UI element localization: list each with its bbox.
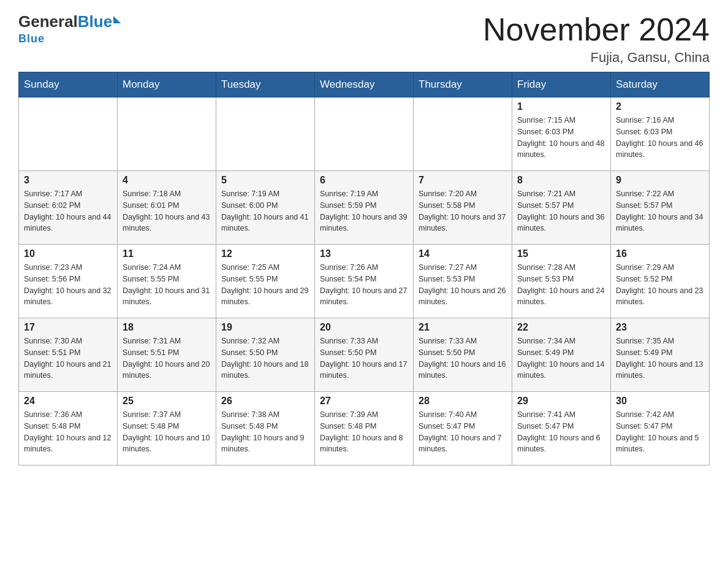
calendar-cell: 22Sunrise: 7:34 AMSunset: 5:49 PMDayligh… [512, 318, 611, 392]
day-info: Sunrise: 7:20 AMSunset: 5:58 PMDaylight:… [419, 188, 507, 234]
day-info: Sunrise: 7:39 AMSunset: 5:48 PMDaylight:… [320, 409, 408, 455]
day-info: Sunrise: 7:19 AMSunset: 5:59 PMDaylight:… [320, 188, 408, 234]
day-info: Sunrise: 7:18 AMSunset: 6:01 PMDaylight:… [123, 188, 211, 234]
logo-blue-part: Blue [78, 12, 121, 31]
day-info: Sunrise: 7:33 AMSunset: 5:50 PMDaylight:… [419, 335, 507, 381]
day-number: 14 [419, 248, 507, 259]
day-info: Sunrise: 7:26 AMSunset: 5:54 PMDaylight:… [320, 262, 408, 308]
day-info: Sunrise: 7:17 AMSunset: 6:02 PMDaylight:… [24, 188, 112, 234]
calendar-cell: 28Sunrise: 7:40 AMSunset: 5:47 PMDayligh… [414, 392, 512, 465]
weekday-header-tuesday: Tuesday [216, 72, 315, 98]
calendar-week-3: 10Sunrise: 7:23 AMSunset: 5:56 PMDayligh… [19, 245, 710, 318]
calendar-cell: 6Sunrise: 7:19 AMSunset: 5:59 PMDaylight… [315, 171, 414, 245]
calendar-cell: 26Sunrise: 7:38 AMSunset: 5:48 PMDayligh… [216, 392, 315, 465]
day-number: 17 [24, 322, 112, 333]
weekday-header-thursday: Thursday [414, 72, 512, 98]
day-number: 30 [616, 396, 704, 407]
day-number: 5 [221, 175, 309, 186]
day-info: Sunrise: 7:35 AMSunset: 5:49 PMDaylight:… [616, 335, 704, 381]
calendar-cell: 8Sunrise: 7:21 AMSunset: 5:57 PMDaylight… [512, 171, 611, 245]
day-info: Sunrise: 7:25 AMSunset: 5:55 PMDaylight:… [221, 262, 309, 308]
day-info: Sunrise: 7:21 AMSunset: 5:57 PMDaylight:… [517, 188, 605, 234]
calendar-cell: 2Sunrise: 7:16 AMSunset: 6:03 PMDaylight… [611, 98, 710, 171]
calendar-cell: 17Sunrise: 7:30 AMSunset: 5:51 PMDayligh… [19, 318, 118, 392]
day-info: Sunrise: 7:22 AMSunset: 5:57 PMDaylight:… [616, 188, 704, 234]
day-info: Sunrise: 7:15 AMSunset: 6:03 PMDaylight:… [517, 115, 605, 161]
title-section: November 2024 Fujia, Gansu, China [483, 12, 710, 66]
day-number: 15 [517, 248, 605, 259]
logo-triangle-icon [113, 16, 121, 23]
calendar-cell [19, 98, 118, 171]
day-number: 21 [419, 322, 507, 333]
day-info: Sunrise: 7:36 AMSunset: 5:48 PMDaylight:… [24, 409, 112, 455]
calendar-cell: 3Sunrise: 7:17 AMSunset: 6:02 PMDaylight… [19, 171, 118, 245]
logo-general-text: General [18, 12, 78, 31]
weekday-header-row: SundayMondayTuesdayWednesdayThursdayFrid… [19, 72, 710, 98]
day-info: Sunrise: 7:23 AMSunset: 5:56 PMDaylight:… [24, 262, 112, 308]
calendar-cell [216, 98, 315, 171]
day-info: Sunrise: 7:40 AMSunset: 5:47 PMDaylight:… [419, 409, 507, 455]
day-number: 24 [24, 396, 112, 407]
calendar-subtitle: Fujia, Gansu, China [483, 50, 710, 66]
day-info: Sunrise: 7:30 AMSunset: 5:51 PMDaylight:… [24, 335, 112, 381]
calendar-cell: 14Sunrise: 7:27 AMSunset: 5:53 PMDayligh… [414, 245, 512, 318]
day-info: Sunrise: 7:34 AMSunset: 5:49 PMDaylight:… [517, 335, 605, 381]
day-info: Sunrise: 7:19 AMSunset: 6:00 PMDaylight:… [221, 188, 309, 234]
day-number: 10 [24, 248, 112, 259]
day-number: 28 [419, 396, 507, 407]
day-info: Sunrise: 7:16 AMSunset: 6:03 PMDaylight:… [616, 115, 704, 161]
calendar-week-1: 1Sunrise: 7:15 AMSunset: 6:03 PMDaylight… [19, 98, 710, 171]
page-header: General Blue Blue November 2024 Fujia, G… [18, 12, 710, 66]
calendar-cell: 4Sunrise: 7:18 AMSunset: 6:01 PMDaylight… [118, 171, 216, 245]
day-number: 27 [320, 396, 408, 407]
logo-underline: Blue [18, 33, 45, 45]
calendar-cell: 1Sunrise: 7:15 AMSunset: 6:03 PMDaylight… [512, 98, 611, 171]
day-number: 7 [419, 175, 507, 186]
day-info: Sunrise: 7:32 AMSunset: 5:50 PMDaylight:… [221, 335, 309, 381]
day-number: 26 [221, 396, 309, 407]
calendar-cell [414, 98, 512, 171]
weekday-header-wednesday: Wednesday [315, 72, 414, 98]
calendar-week-2: 3Sunrise: 7:17 AMSunset: 6:02 PMDaylight… [19, 171, 710, 245]
day-number: 2 [616, 101, 704, 112]
day-number: 22 [517, 322, 605, 333]
calendar-week-4: 17Sunrise: 7:30 AMSunset: 5:51 PMDayligh… [19, 318, 710, 392]
logo-blue-text: Blue [78, 12, 112, 31]
calendar-cell [118, 98, 216, 171]
day-info: Sunrise: 7:41 AMSunset: 5:47 PMDaylight:… [517, 409, 605, 455]
day-number: 20 [320, 322, 408, 333]
calendar-cell: 15Sunrise: 7:28 AMSunset: 5:53 PMDayligh… [512, 245, 611, 318]
day-info: Sunrise: 7:42 AMSunset: 5:47 PMDaylight:… [616, 409, 704, 455]
day-number: 6 [320, 175, 408, 186]
calendar-cell: 25Sunrise: 7:37 AMSunset: 5:48 PMDayligh… [118, 392, 216, 465]
day-number: 29 [517, 396, 605, 407]
calendar-cell: 30Sunrise: 7:42 AMSunset: 5:47 PMDayligh… [611, 392, 710, 465]
calendar-cell: 13Sunrise: 7:26 AMSunset: 5:54 PMDayligh… [315, 245, 414, 318]
day-number: 9 [616, 175, 704, 186]
calendar-cell: 12Sunrise: 7:25 AMSunset: 5:55 PMDayligh… [216, 245, 315, 318]
day-info: Sunrise: 7:29 AMSunset: 5:52 PMDaylight:… [616, 262, 704, 308]
day-number: 16 [616, 248, 704, 259]
calendar-cell: 23Sunrise: 7:35 AMSunset: 5:49 PMDayligh… [611, 318, 710, 392]
day-number: 18 [123, 322, 211, 333]
calendar-cell: 5Sunrise: 7:19 AMSunset: 6:00 PMDaylight… [216, 171, 315, 245]
logo: General Blue Blue [18, 12, 121, 45]
calendar-title: November 2024 [483, 12, 710, 47]
day-number: 13 [320, 248, 408, 259]
calendar-cell: 24Sunrise: 7:36 AMSunset: 5:48 PMDayligh… [19, 392, 118, 465]
calendar-cell: 9Sunrise: 7:22 AMSunset: 5:57 PMDaylight… [611, 171, 710, 245]
calendar-cell: 27Sunrise: 7:39 AMSunset: 5:48 PMDayligh… [315, 392, 414, 465]
calendar-table: SundayMondayTuesdayWednesdayThursdayFrid… [18, 72, 710, 465]
day-info: Sunrise: 7:27 AMSunset: 5:53 PMDaylight:… [419, 262, 507, 308]
day-number: 3 [24, 175, 112, 186]
weekday-header-saturday: Saturday [611, 72, 710, 98]
day-info: Sunrise: 7:28 AMSunset: 5:53 PMDaylight:… [517, 262, 605, 308]
calendar-cell: 11Sunrise: 7:24 AMSunset: 5:55 PMDayligh… [118, 245, 216, 318]
calendar-cell: 20Sunrise: 7:33 AMSunset: 5:50 PMDayligh… [315, 318, 414, 392]
day-number: 1 [517, 101, 605, 112]
calendar-cell: 19Sunrise: 7:32 AMSunset: 5:50 PMDayligh… [216, 318, 315, 392]
calendar-cell: 16Sunrise: 7:29 AMSunset: 5:52 PMDayligh… [611, 245, 710, 318]
calendar-week-5: 24Sunrise: 7:36 AMSunset: 5:48 PMDayligh… [19, 392, 710, 465]
calendar-cell: 7Sunrise: 7:20 AMSunset: 5:58 PMDaylight… [414, 171, 512, 245]
day-number: 12 [221, 248, 309, 259]
